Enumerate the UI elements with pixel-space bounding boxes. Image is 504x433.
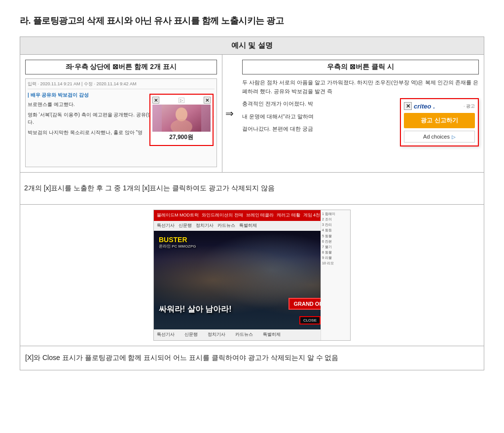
section-header: 예시 및 설명 xyxy=(20,37,484,55)
game-top-item-3: 브레인 테클라 xyxy=(246,212,274,218)
ad-popup-x-button[interactable]: ✕ xyxy=(404,102,412,110)
footer-item-4: 카드뉴스 xyxy=(235,331,253,338)
right-content: 두 사람은 점차 서로의 아픔을 알고 가까워졌다. 하지만 조우진(안부장 역… xyxy=(242,78,479,134)
ad-popup-logo: criteo xyxy=(414,103,431,110)
right-column: 우측의 ⊠버튼 클릭 시 두 사람은 점차 서로의 아픔을 알고 가까워졌다. … xyxy=(237,55,484,172)
sidebar-item: 2 조이 xyxy=(322,216,349,222)
mid-description: 2개의 [x]표시를 노출한 후 그 중 1개의 [x]표시는 클릭하여도 광고… xyxy=(24,178,480,199)
game-top-item-4: 캐러고 테활 xyxy=(277,212,300,218)
sidebar-item: 8 동물 xyxy=(322,250,349,255)
game-nav-3: 정치기사 xyxy=(196,222,214,229)
right-col-title: 우측의 ⊠버튼 클릭 시 xyxy=(242,60,479,74)
ad-d-icon[interactable]: ▷ xyxy=(179,98,184,103)
sidebar-item: 9 리물 xyxy=(322,255,349,260)
ad-choices-label: Ad choices xyxy=(423,134,450,140)
ad-x-button-left[interactable]: ✕ xyxy=(152,97,159,104)
sidebar-item: 4 동등 xyxy=(322,227,349,233)
game-nav-4: 카드뉴스 xyxy=(217,222,235,229)
ad-image xyxy=(152,105,211,132)
ad-popup: ✕ criteo . · 광고 광고 신고하기 Ad choices ▷ xyxy=(400,98,479,146)
footer-item-5: 특별히제 xyxy=(263,331,281,338)
footer-item-3: 정치기사 xyxy=(208,331,225,338)
sidebar-item: 1 합례미 xyxy=(322,211,349,216)
footer-item-2: 신문랭 xyxy=(184,331,198,338)
sidebar-item: 6 칸본 xyxy=(322,239,349,244)
ad-report-button[interactable]: 광고 신고하기 xyxy=(404,113,475,128)
sidebar-items: 1 합례미 2 조이 3 칸리 4 동등 5 동물 6 칸본 7 물기 8 동물… xyxy=(322,211,349,266)
game-nav-1: 특선기사 xyxy=(157,222,175,229)
sidebar-item: 10 리모 xyxy=(322,260,349,266)
bottom-note: [X]와 Close 표시가 플로팅광고에 함께 표시되어 어느 표시를 클릭하… xyxy=(20,346,484,370)
article-simulation: 입력 · 2020.11.14 9:21 AM | 수정 · 2020.11.1… xyxy=(25,78,217,167)
game-logo: BUSTER 온라인 PC MMOZPG xyxy=(159,236,196,249)
game-ad-image: 블레이드M MOD트럭 와인드레이션의 전매 브레인 테클라 캐러고 테활 게임… xyxy=(153,210,351,341)
ad-price: 27,900원 xyxy=(152,132,211,143)
game-close-button[interactable]: CLOSE xyxy=(299,316,321,325)
svg-point-1 xyxy=(176,108,187,121)
left-column: 좌·우측 상단에 ⊠버튼 함께 2개 표시 입력 · 2020.11.14 9:… xyxy=(20,55,222,172)
ad-popup-header: ✕ criteo . · 광고 xyxy=(404,102,475,110)
ad-popup-tag: · 광고 xyxy=(464,103,475,109)
article-meta: 입력 · 2020.11.14 9:21 AM | 수정 · 2020.11.1… xyxy=(28,81,215,89)
game-top-item-1: 블레이드M MOD트럭 xyxy=(157,212,199,218)
sidebar-item: 7 물기 xyxy=(322,244,349,250)
ad-choices-button[interactable]: Ad choices ▷ xyxy=(404,131,475,143)
game-slogan: 싸워라! 살아 남아라! xyxy=(159,304,232,315)
game-top-item-2: 와인드레이션의 전매 xyxy=(202,212,243,218)
game-sidebar: 1 합례미 2 조이 3 칸리 4 동등 5 동물 6 칸본 7 물기 8 동물… xyxy=(321,210,350,340)
ad-choices-icon: ▷ xyxy=(452,134,456,140)
ad-x-button-right[interactable]: ✕ xyxy=(204,97,211,104)
right-article-text: 두 사람은 점차 서로의 아픔을 알고 가까워졌다. 하지만 조우진(안부장 역… xyxy=(242,78,479,96)
arrow: ⇒ xyxy=(222,55,237,172)
ad-overlay: ✕ ▷ ✕ xyxy=(149,94,214,146)
footer-item-1: 특선기사 xyxy=(157,331,175,338)
page-title: 라. 플로팅광고의 삭제 표시와 아닌 유사 표시를 함께 노출시키는 광고 xyxy=(20,15,484,27)
sidebar-item: 3 칸리 xyxy=(322,222,349,227)
game-nav-2: 신문랭 xyxy=(179,222,192,229)
game-nav-5: 특별히제 xyxy=(239,222,257,229)
left-col-title: 좌·우측 상단에 ⊠버튼 함께 2개 표시 xyxy=(25,60,217,74)
sidebar-item: 5 동물 xyxy=(322,233,349,239)
